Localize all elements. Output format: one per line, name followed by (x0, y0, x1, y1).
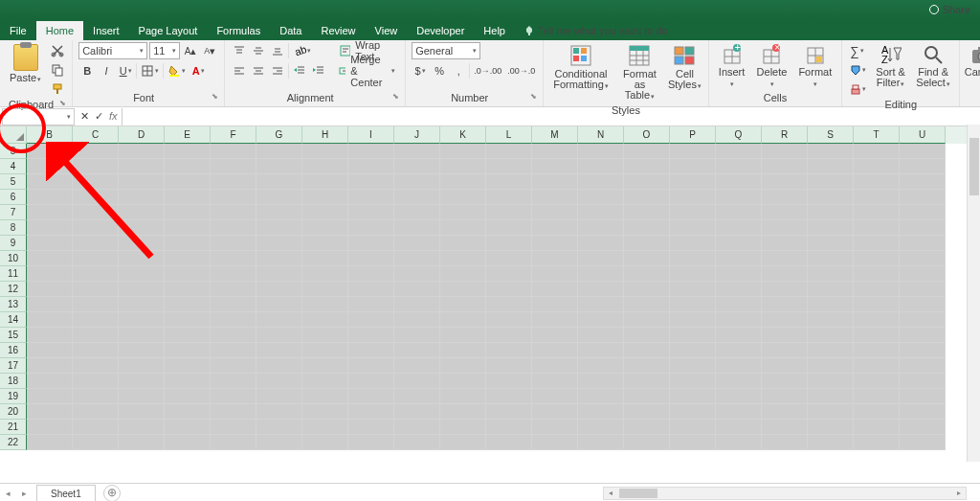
cell[interactable] (256, 205, 302, 220)
cell[interactable] (256, 236, 302, 251)
copy-button[interactable] (49, 61, 66, 79)
cell[interactable] (73, 420, 119, 435)
cell[interactable] (256, 297, 302, 312)
cell[interactable] (854, 144, 900, 159)
column-header[interactable]: L (486, 126, 532, 144)
cell[interactable] (900, 266, 946, 282)
cell[interactable] (808, 282, 854, 297)
cell[interactable] (73, 374, 119, 389)
cell[interactable] (808, 220, 854, 236)
cell[interactable] (440, 374, 486, 389)
cell[interactable] (486, 282, 532, 297)
cell[interactable] (27, 420, 73, 435)
cell[interactable] (808, 374, 854, 389)
cell[interactable] (211, 389, 256, 404)
cell[interactable] (532, 144, 578, 159)
cell[interactable] (440, 174, 486, 190)
align-middle-button[interactable] (250, 42, 267, 59)
cell[interactable] (165, 374, 211, 389)
cut-button[interactable] (49, 42, 66, 59)
tab-insert[interactable]: Insert (83, 21, 129, 40)
cell[interactable] (440, 358, 486, 374)
cell[interactable] (762, 435, 808, 450)
cell[interactable] (624, 343, 670, 358)
borders-button[interactable]: ▾ (139, 62, 161, 80)
cell[interactable] (716, 174, 762, 190)
cell[interactable] (348, 404, 394, 420)
cell[interactable] (624, 190, 670, 205)
cell[interactable] (73, 236, 119, 251)
cell[interactable] (808, 266, 854, 282)
cell[interactable] (716, 251, 762, 266)
cell[interactable] (119, 251, 165, 266)
cell[interactable] (348, 251, 394, 266)
sheet-tab-sheet1[interactable]: Sheet1 (36, 485, 96, 502)
alignment-launcher[interactable]: ⬊ (392, 92, 399, 101)
cell[interactable] (532, 328, 578, 343)
cell[interactable] (624, 404, 670, 420)
cell[interactable] (578, 282, 624, 297)
cell[interactable] (256, 282, 302, 297)
cell[interactable] (440, 220, 486, 236)
cell[interactable] (808, 159, 854, 174)
cell[interactable] (348, 159, 394, 174)
align-center-button[interactable] (250, 62, 267, 80)
cell[interactable] (670, 404, 716, 420)
cell[interactable] (302, 190, 348, 205)
cell[interactable] (578, 236, 624, 251)
cell[interactable] (762, 297, 808, 312)
cell[interactable] (578, 358, 624, 374)
cell[interactable] (900, 174, 946, 190)
cell[interactable] (27, 236, 73, 251)
cell[interactable] (578, 251, 624, 266)
cell[interactable] (762, 251, 808, 266)
row-header[interactable]: 19 (0, 389, 27, 404)
cell[interactable] (578, 404, 624, 420)
cell[interactable] (165, 159, 211, 174)
cell[interactable] (670, 190, 716, 205)
cell[interactable] (670, 389, 716, 404)
cell[interactable] (670, 374, 716, 389)
cell[interactable] (302, 374, 348, 389)
cell[interactable] (256, 404, 302, 420)
cell[interactable] (762, 205, 808, 220)
cell[interactable] (394, 174, 440, 190)
add-sheet-button[interactable]: ⊕ (103, 485, 121, 502)
cell[interactable] (808, 404, 854, 420)
cell[interactable] (808, 312, 854, 328)
font-launcher[interactable]: ⬊ (212, 92, 218, 101)
cell[interactable] (302, 159, 348, 174)
cell[interactable] (211, 236, 256, 251)
cell[interactable] (348, 343, 394, 358)
cell[interactable] (670, 159, 716, 174)
tab-file[interactable]: File (0, 21, 36, 40)
align-top-button[interactable] (231, 42, 248, 59)
cell[interactable] (624, 328, 670, 343)
cell[interactable] (440, 205, 486, 220)
row-header[interactable]: 17 (0, 358, 27, 374)
cell[interactable] (762, 343, 808, 358)
cell[interactable] (119, 328, 165, 343)
comma-format-button[interactable]: , (450, 62, 467, 80)
cell[interactable] (165, 312, 211, 328)
tab-developer[interactable]: Developer (407, 21, 474, 40)
cell[interactable] (394, 251, 440, 266)
cell[interactable] (762, 404, 808, 420)
tab-formulas[interactable]: Formulas (207, 21, 270, 40)
font-color-button[interactable]: A▾ (189, 62, 207, 80)
delete-cells-button[interactable]: × Delete▾ (753, 42, 791, 91)
cell[interactable] (486, 236, 532, 251)
fill-button[interactable]: ▾ (848, 61, 868, 79)
cell[interactable] (854, 159, 900, 174)
fill-color-button[interactable]: ▾ (166, 62, 188, 80)
format-painter-button[interactable] (49, 80, 66, 98)
cell[interactable] (302, 220, 348, 236)
clipboard-launcher[interactable]: ⬊ (59, 99, 66, 107)
cell[interactable] (119, 389, 165, 404)
cell[interactable] (716, 420, 762, 435)
cell[interactable] (486, 297, 532, 312)
cell[interactable] (670, 174, 716, 190)
cell[interactable] (486, 312, 532, 328)
cell[interactable] (348, 144, 394, 159)
cell[interactable] (670, 328, 716, 343)
